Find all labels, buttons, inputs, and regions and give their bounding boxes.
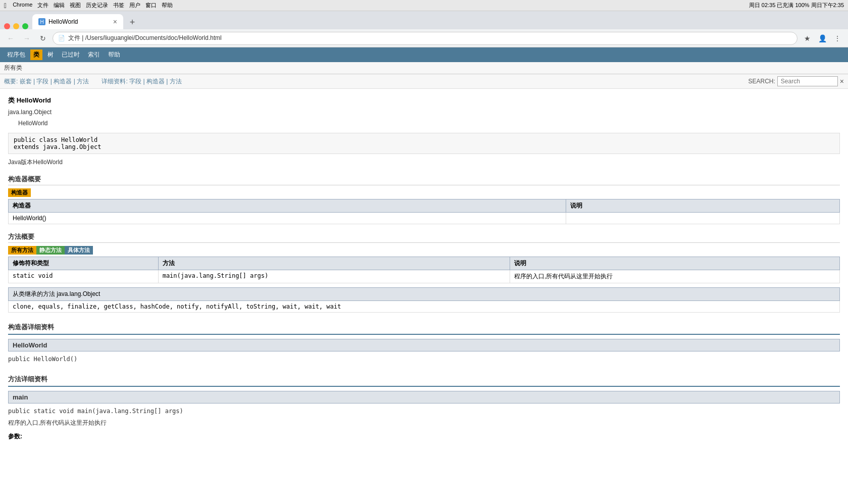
menu-window[interactable]: 窗口: [145, 2, 157, 9]
search-label: SEARCH:: [748, 78, 775, 85]
method-modifier-cell: static void: [9, 270, 159, 283]
constructor-desc-cell: [566, 213, 839, 224]
method-name-header: 方法: [158, 257, 510, 270]
all-classes-bar: 所有类: [0, 62, 848, 74]
method-desc-cell: 程序的入口,所有代码从这里开始执行: [510, 270, 840, 283]
nav-index[interactable]: 索引: [85, 49, 103, 60]
nav-right-icons: ★ 👤 ⋮: [801, 32, 844, 45]
apple-icon: : [4, 2, 7, 10]
menu-bookmarks[interactable]: 书签: [113, 2, 124, 9]
static-methods-badge[interactable]: 静态方法: [36, 246, 65, 255]
menu-chrome[interactable]: Chrome: [13, 2, 32, 9]
browser-tab[interactable]: H HelloWorld ×: [32, 14, 123, 29]
summary-nested[interactable]: 嵌套: [20, 78, 32, 85]
detail-field[interactable]: 字段: [129, 78, 141, 85]
nav-deprecated[interactable]: 已过时: [59, 49, 83, 60]
profile-btn[interactable]: 👤: [816, 32, 829, 45]
class-title-prefix: 类: [8, 96, 15, 104]
method-link[interactable]: main(java.lang.String[] args): [163, 272, 269, 279]
method-modifier-header: 修饰符和类型: [9, 257, 159, 270]
class-declaration: public class HelloWorld extends java.lan…: [8, 133, 840, 154]
close-window-btn[interactable]: [4, 23, 10, 29]
constructor-badge-row: 构造器: [8, 188, 840, 198]
menu-view[interactable]: 视图: [70, 2, 81, 9]
bookmark-btn[interactable]: ★: [801, 32, 814, 45]
menu-user[interactable]: 用户: [129, 2, 140, 9]
address-bar[interactable]: 📄 文件 | /Users/liuguanglei/Documents/doc/…: [53, 32, 797, 45]
constructor-link[interactable]: HelloWorld(): [13, 215, 46, 222]
summary-method[interactable]: 方法: [77, 78, 89, 85]
menu-btn[interactable]: ⋮: [831, 32, 844, 45]
constructor-desc-header: 说明: [566, 199, 839, 213]
back-btn[interactable]: ←: [4, 32, 17, 45]
summary-constructor[interactable]: 构造器: [54, 78, 72, 85]
reload-btn[interactable]: ↻: [36, 32, 49, 45]
search-input[interactable]: [777, 76, 838, 86]
method-summary-table: 修饰符和类型 方法 说明 static void main(java.lang.…: [8, 257, 840, 283]
detail-constructor[interactable]: 构造器: [146, 78, 165, 85]
constructor-col-header: 构造器: [9, 199, 566, 213]
nav-class-badge: 类: [30, 49, 42, 60]
method-desc-header: 说明: [510, 257, 840, 270]
summary-field[interactable]: 字段: [36, 78, 48, 85]
constructor-detail-section: 构造器详细资料 HelloWorld public HelloWorld(): [8, 323, 840, 365]
constructor-name-cell: HelloWorld(): [9, 213, 566, 224]
lock-icon: 📄: [58, 35, 65, 41]
browser-chrome: H HelloWorld × + ← → ↻ 📄 文件 | /Users/liu…: [0, 11, 848, 47]
summary-links: 概要: 嵌套 | 字段 | 构造器 | 方法 详细资料: 字段 | 构造器 | …: [4, 77, 182, 86]
nav-help[interactable]: 帮助: [105, 49, 123, 60]
javadoc-main: 类 HelloWorld java.lang.Object HelloWorld…: [0, 89, 848, 446]
mac-topbar-right: 周日 02:35 已充满 100% 周日下午2:35: [749, 2, 844, 9]
class-hierarchy: java.lang.Object HelloWorld: [8, 107, 840, 129]
menu-history[interactable]: 历史记录: [86, 2, 108, 9]
minimize-window-btn[interactable]: [13, 23, 19, 29]
hierarchy-root: java.lang.Object: [8, 109, 52, 116]
menu-edit[interactable]: 编辑: [54, 2, 65, 9]
address-text: 文件 | /Users/liuguanglei/Documents/doc/He…: [68, 34, 222, 42]
tab-bar: H HelloWorld × +: [0, 11, 848, 29]
concrete-methods-badge[interactable]: 具体方法: [65, 246, 93, 255]
class-description: Java版本HelloWorld: [8, 158, 840, 167]
params-label: 参数:: [8, 432, 840, 441]
method-name-cell: main(java.lang.String[] args): [158, 270, 510, 283]
method-detail-title: 方法详细资料: [8, 375, 840, 387]
mac-menu:  Chrome 文件 编辑 视图 历史记录 书签 用户 窗口 帮助: [4, 2, 173, 10]
javadoc-nav: 程序包 类 树 已过时 索引 帮助: [0, 47, 848, 62]
table-row: HelloWorld(): [9, 213, 840, 224]
method-badge-row: 所有方法 静态方法 具体方法: [8, 246, 840, 256]
constructor-badge: 构造器: [8, 188, 31, 197]
forward-btn[interactable]: →: [20, 32, 33, 45]
tab-close-btn[interactable]: ×: [113, 18, 117, 26]
content-area: 程序包 类 树 已过时 索引 帮助 所有类 概要: 嵌套 | 字段 | 构造器 …: [0, 47, 848, 446]
method-summary-title: 方法概要: [8, 232, 840, 243]
class-heading: 类 HelloWorld: [8, 96, 840, 105]
declaration-line2: extends java.lang.Object: [14, 143, 834, 150]
maximize-window-btn[interactable]: [22, 23, 28, 29]
class-title-name: HelloWorld: [17, 96, 51, 104]
mac-topbar:  Chrome 文件 编辑 视图 历史记录 书签 用户 窗口 帮助 周日 02…: [0, 0, 848, 11]
detail-method[interactable]: 方法: [170, 78, 182, 85]
inherited-methods-list: clone, equals, finalize, getClass, hashC…: [8, 301, 840, 313]
nav-bar: ← → ↻ 📄 文件 | /Users/liuguanglei/Document…: [0, 29, 848, 47]
tab-favicon: H: [38, 18, 45, 25]
constructor-summary-title: 构造器概要: [8, 175, 840, 185]
all-methods-badge[interactable]: 所有方法: [8, 246, 36, 255]
method-detail-section: 方法详细资料 main public static void main(java…: [8, 375, 840, 441]
topbar-menu: Chrome 文件 编辑 视图 历史记录 书签 用户 窗口 帮助: [13, 2, 173, 9]
constructor-summary-section: 构造器概要 构造器 构造器 说明 HelloWorld(): [8, 175, 840, 224]
nav-tree[interactable]: 树: [44, 49, 57, 60]
nav-package[interactable]: 程序包: [4, 49, 28, 60]
table-row: static void main(java.lang.String[] args…: [9, 270, 840, 283]
constructor-detail-signature: public HelloWorld(): [8, 354, 840, 365]
menu-help[interactable]: 帮助: [162, 2, 173, 9]
method-summary-section: 方法概要 所有方法 静态方法 具体方法 修饰符和类型 方法 说明 static …: [8, 232, 840, 313]
method-detail-signature: public static void main(java.lang.String…: [8, 406, 840, 417]
constructor-summary-table: 构造器 说明 HelloWorld(): [8, 199, 840, 224]
new-tab-btn[interactable]: +: [125, 15, 139, 29]
constructor-detail-title: 构造器详细资料: [8, 323, 840, 335]
inherited-methods-header: 从类继承的方法 java.lang.Object: [8, 287, 840, 301]
search-area: SEARCH: ×: [748, 76, 844, 86]
menu-file[interactable]: 文件: [37, 2, 48, 9]
declaration-line1: public class HelloWorld: [14, 136, 834, 143]
search-clear-btn[interactable]: ×: [840, 77, 844, 85]
